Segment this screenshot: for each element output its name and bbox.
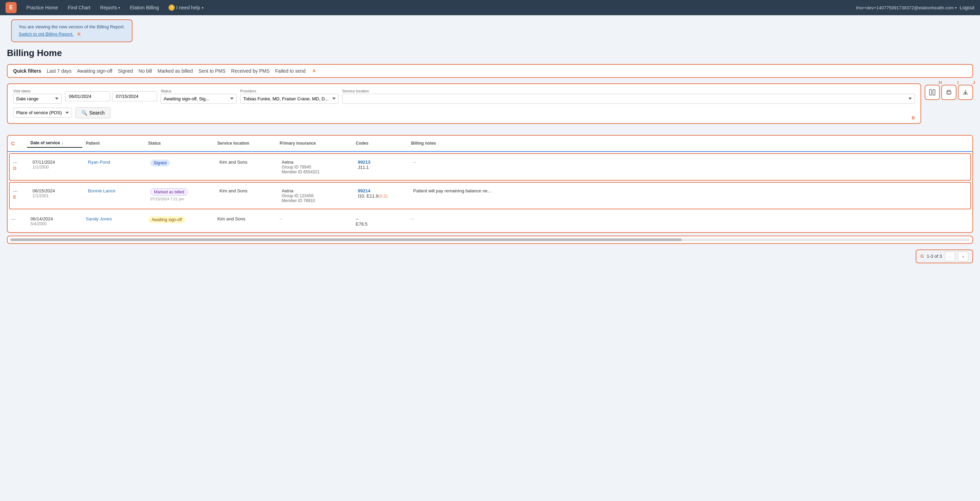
filter-received-pms[interactable]: Received by PMS [231, 68, 270, 74]
table-c-badge: C [11, 140, 15, 146]
pagination-g-badge: G [921, 254, 924, 259]
filter-top-row: Visit dates Date range Status Awaiting s… [13, 89, 915, 104]
nav-practice-home[interactable]: Practice Home [22, 3, 62, 13]
row1-insurance: Aetna Group ID 78945 Member ID 6554321 [278, 159, 354, 175]
columns-icon-button[interactable] [924, 85, 940, 100]
row3-status-badge: Awaiting sign-off [148, 216, 186, 223]
search-button[interactable]: 🔍 Search [75, 107, 110, 118]
pos-select[interactable]: Place of service (POS) [13, 108, 72, 118]
table-row: ··· 06/14/2024 5/4/2000 Sandy Jones Awai… [8, 211, 972, 232]
filter-awaiting-signoff[interactable]: Awaiting sign-off [77, 68, 113, 74]
user-email[interactable]: thor+dev+140775991738372@elationhealth.c… [856, 5, 957, 10]
icon-buttons-group: H I [924, 83, 973, 100]
row3-service-location: Kim and Sons [214, 216, 276, 222]
filter-marked-billed[interactable]: Marked as billed [158, 68, 193, 74]
row2-menu: ··· E [10, 188, 29, 200]
row3-patient: Sandy Jones [82, 216, 145, 222]
row2-insurance: Aetna Group ID 123456 Member ID 78910 [278, 188, 354, 204]
pos-group: Place of service (POS) [13, 108, 72, 118]
th-status[interactable]: Status [145, 139, 214, 148]
service-location-select[interactable] [342, 94, 915, 104]
help-circle-icon: ? [169, 5, 175, 11]
h-badge: H [939, 80, 942, 85]
filter-sent-pms[interactable]: Sent to PMS [198, 68, 226, 74]
filter-b-badge: B [912, 115, 915, 121]
logout-button[interactable]: Logout [959, 5, 974, 10]
providers-select[interactable]: Tobias Funke, MD, Fraiser Crane, MD, D..… [240, 94, 339, 104]
prev-page-button[interactable]: ‹ [945, 251, 955, 261]
status-group: Status Awaiting sign-off, Sig... [161, 89, 237, 104]
sort-down-icon: ↓ [61, 141, 63, 145]
row1-code-link[interactable]: 99213 [358, 159, 406, 165]
nav-help[interactable]: ? I need help ▾ [164, 2, 207, 13]
reports-chevron-icon: ▾ [118, 6, 120, 10]
download-icon-button[interactable] [958, 85, 973, 100]
filter-last7days[interactable]: Last 7 days [47, 68, 72, 74]
row3-date: 06/14/2024 5/4/2000 [27, 216, 82, 227]
scrollbar-thumb[interactable] [10, 239, 682, 241]
row3-menu: ··· [8, 216, 27, 223]
th-billing-notes[interactable]: Billing notes [408, 139, 972, 148]
row3-code-link[interactable]: – [356, 216, 404, 221]
row1-date: 07/11/2024 1/1/2000 [29, 159, 84, 170]
nav-links: Practice Home Find Chart Reports ▾ Elati… [22, 2, 856, 13]
status-select[interactable]: Awaiting sign-off, Sig... [161, 94, 237, 104]
page-info: 1-3 of 3 [927, 254, 942, 259]
next-page-button[interactable]: › [958, 251, 968, 261]
filter-no-bill[interactable]: No bill [138, 68, 152, 74]
row1-patient-link[interactable]: Ryan Pond [88, 159, 143, 165]
nav-elation-billing[interactable]: Elation Billing [126, 3, 163, 13]
topnav-right: thor+dev+140775991738372@elationhealth.c… [856, 5, 974, 10]
row2-code-link[interactable]: 99214 [358, 188, 406, 193]
service-location-label: Service location [342, 89, 915, 93]
quick-filters-label: Quick filters [13, 68, 41, 74]
row3-insurance: – [276, 216, 352, 222]
row1-status-badge: Signed [150, 159, 170, 166]
svg-point-4 [947, 92, 948, 93]
row1-dots-menu[interactable]: ··· [13, 159, 18, 165]
print-icon-button[interactable] [941, 85, 956, 100]
row1-service-location: Kim and Sons [216, 159, 278, 165]
quick-filters-a-badge: A [312, 68, 316, 73]
banner-text: You are viewing the new version of the B… [19, 24, 125, 29]
th-codes[interactable]: Codes [352, 139, 408, 148]
row2-patient-link[interactable]: Bonnie Lance [88, 188, 143, 193]
table-row: ··· D 07/11/2024 1/1/2000 Ryan Pond Sign… [9, 153, 971, 181]
th-service-location[interactable]: Service location [214, 139, 276, 148]
table-header: C Date of service ↓ Patient Status Servi… [8, 136, 972, 152]
filter-failed-send[interactable]: Failed to send [275, 68, 305, 74]
horizontal-scrollbar[interactable] [7, 235, 973, 244]
nav-reports[interactable]: Reports ▾ [96, 3, 124, 13]
search-icon: 🔍 [81, 110, 87, 116]
date-range-pair [65, 91, 157, 101]
row2-dots-menu[interactable]: ··· [13, 188, 18, 194]
row2-status: Marked as billed 07/15/2024 7:21 pm [147, 188, 216, 202]
row3-dots-menu[interactable]: ··· [11, 216, 16, 222]
date-end-input[interactable] [112, 91, 157, 101]
pagination-row: G 1-3 of 3 ‹ › [7, 247, 973, 266]
status-label: Status [161, 89, 237, 93]
filter-row: Visit dates Date range Status Awaiting s… [7, 83, 921, 124]
page-content: Billing Home Quick filters Last 7 days A… [0, 42, 980, 272]
th-date[interactable]: Date of service ↓ [27, 139, 82, 148]
svg-rect-3 [947, 93, 950, 94]
row3-status: Awaiting sign-off [145, 216, 214, 224]
row2-patient: Bonnie Lance [84, 188, 147, 194]
row2-date: 06/15/2024 1/1/2001 [29, 188, 84, 199]
date-start-input[interactable] [65, 91, 110, 101]
svg-rect-0 [929, 90, 932, 95]
j-badge: J [973, 80, 975, 85]
i-badge: I [957, 80, 959, 85]
row3-billing-notes: – [408, 216, 972, 222]
th-patient[interactable]: Patient [82, 139, 145, 148]
row2-codes: 99214 I10, E11.9(0.2) [354, 188, 410, 199]
date-range-select[interactable]: Date range [13, 94, 62, 104]
filter-signed[interactable]: Signed [118, 68, 133, 74]
row3-patient-link[interactable]: Sandy Jones [86, 216, 141, 221]
row1-status: Signed [147, 159, 216, 167]
th-primary-insurance[interactable]: Primary insurance [276, 139, 352, 148]
filter-bottom-row: Place of service (POS) 🔍 Search [13, 107, 915, 118]
visit-dates-group: Visit dates Date range [13, 89, 62, 104]
switch-billing-link[interactable]: Switch to old Billing Report. [19, 32, 73, 37]
nav-find-chart[interactable]: Find Chart [64, 3, 94, 13]
